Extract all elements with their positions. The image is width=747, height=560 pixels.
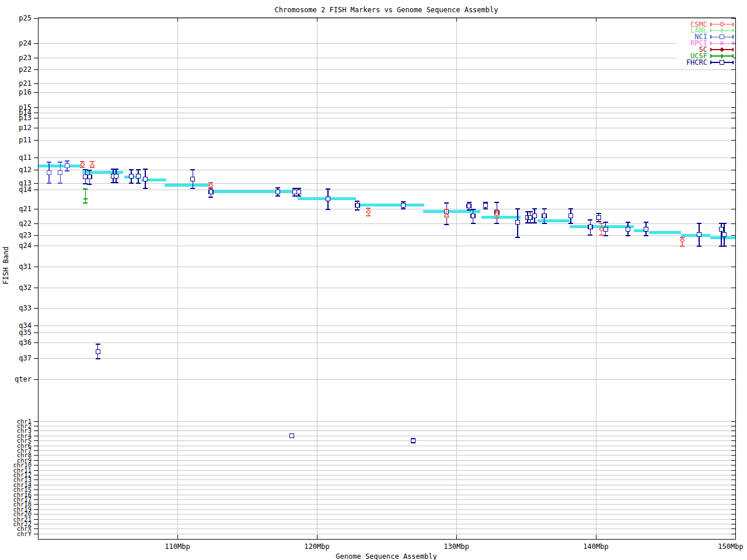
legend-label-fhcrc: FHCRC [686, 58, 707, 66]
y-band-label: qter [15, 375, 32, 383]
marker-square [720, 60, 724, 64]
marker-square [144, 177, 148, 181]
y-band-label: q23 [19, 231, 32, 239]
plot-border [38, 18, 735, 539]
marker-square [720, 228, 724, 232]
x-tick-label: 140Mbp [583, 542, 608, 551]
marker-square [532, 214, 536, 218]
marker-square [65, 164, 69, 168]
marker-square [137, 174, 141, 178]
marker-square [471, 214, 475, 218]
marker-square [720, 35, 724, 39]
marker-square [516, 220, 520, 225]
marker-square [542, 214, 546, 218]
marker-square [603, 228, 608, 232]
y-band-label: q12 [19, 166, 32, 174]
y-band-label: p21 [19, 79, 32, 88]
x-tick-label: 150Mbp [718, 542, 743, 551]
y-band-label: q32 [19, 284, 32, 292]
marker-square [47, 171, 51, 175]
y-band-label: q31 [19, 262, 32, 271]
y-band-label: p25 [19, 14, 32, 22]
marker-square [528, 216, 532, 220]
marker-square [568, 214, 573, 218]
marker-square [88, 175, 92, 179]
y-band-label: p13 [19, 114, 32, 122]
marker-square [296, 190, 301, 194]
marker-square [484, 204, 488, 208]
marker-square [626, 228, 630, 232]
plot-area: p25p24p23p22p21p16p15p14p13p12p11q11q12q… [0, 0, 747, 560]
y-band-label: p11 [19, 136, 32, 144]
chart-figure: Chromosome 2 FISH Markers vs Genome Sequ… [0, 0, 747, 560]
marker-square [96, 350, 100, 354]
marker-diamond [599, 228, 603, 232]
marker-square [58, 171, 62, 175]
marker-square [292, 190, 296, 194]
x-tick-label: 110Mbp [165, 542, 190, 551]
marker-square [326, 197, 330, 201]
y-band-label: q35 [19, 328, 32, 337]
marker-square [191, 177, 195, 181]
y-band-label: p22 [19, 65, 32, 74]
y-band-label: q14 [19, 186, 32, 194]
marker-square [697, 233, 701, 237]
marker-square [209, 190, 213, 194]
marker-square [402, 204, 406, 208]
marker-square [114, 174, 118, 178]
marker-square [411, 439, 415, 443]
y-band-label: q22 [19, 219, 32, 228]
marker-square [722, 233, 726, 237]
marker-square [289, 434, 294, 438]
y-band-label: q36 [19, 338, 32, 346]
marker-square [588, 225, 592, 229]
y-band-label: p23 [19, 54, 32, 62]
marker-square [355, 204, 359, 208]
y-band-label: chrY [17, 530, 32, 537]
marker-diamond [680, 239, 685, 243]
marker-square [644, 228, 648, 232]
y-band-label: q33 [19, 304, 32, 312]
marker-square [83, 175, 88, 179]
marker-square [467, 204, 471, 208]
y-band-label: q24 [19, 242, 32, 250]
y-band-label: p16 [19, 88, 32, 96]
y-band-label: p12 [19, 124, 32, 132]
x-tick-label: 120Mbp [304, 542, 329, 551]
y-band-label: p24 [19, 39, 32, 47]
x-tick-label: 130Mbp [444, 542, 469, 551]
y-band-label: q11 [19, 153, 32, 162]
marker-square [596, 216, 601, 220]
marker-diamond [366, 210, 371, 214]
marker-square [130, 174, 134, 178]
marker-square [276, 190, 280, 194]
y-band-label: q37 [19, 354, 32, 362]
y-band-label: q21 [19, 205, 32, 213]
